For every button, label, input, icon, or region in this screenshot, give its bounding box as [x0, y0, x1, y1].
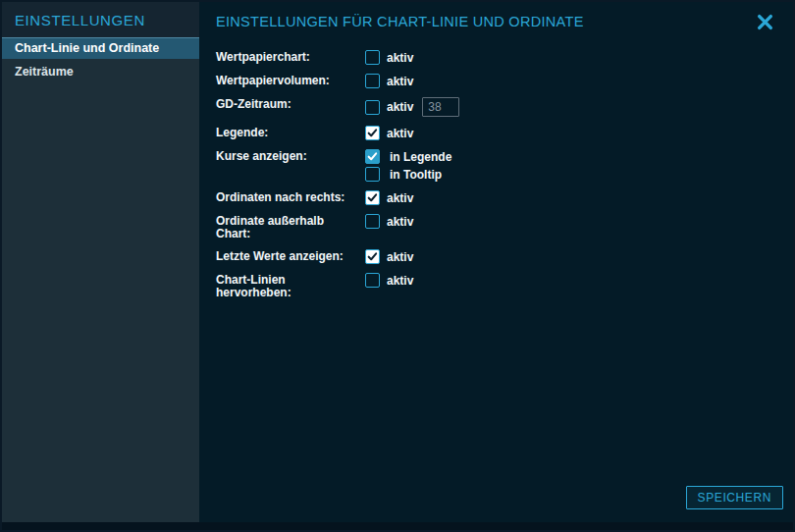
letzte-werte-anzeigen-controls: aktiv: [365, 249, 413, 264]
dialog-title: EINSTELLUNGEN FÜR CHART-LINIE UND ORDINA…: [216, 14, 754, 29]
gd-zeitraum-aktiv-checkbox-label: aktiv: [387, 100, 413, 114]
checkbox-unchecked-icon[interactable]: [365, 273, 380, 288]
kurse-in-legende-checkbox-label: in Legende: [390, 150, 451, 164]
wertpapiervolumen-aktiv-checkbox[interactable]: aktiv: [365, 74, 413, 88]
sidebar-title: EINSTELLUNGEN: [2, 2, 199, 37]
letzte-werte-anzeigen-aktiv-checkbox-label: aktiv: [387, 250, 413, 264]
ordinate-ausserhalb-chart-aktiv-checkbox[interactable]: aktiv: [365, 214, 413, 229]
ordinaten-nach-rechts-label: Ordinaten nach rechts:: [216, 190, 365, 204]
checkbox-checked-icon[interactable]: [365, 249, 380, 264]
wertpapiervolumen-label: Wertpapiervolumen:: [216, 74, 365, 87]
wertpapierchart-label: Wertpapierchart:: [216, 50, 365, 64]
gd-zeitraum-controls: aktiv: [365, 97, 459, 117]
kurse-anzeigen-controls: in Legendein Tooltip: [365, 149, 451, 182]
kurse-in-legende-checkbox[interactable]: in Legende: [365, 149, 451, 164]
legende-controls: aktiv: [365, 126, 413, 140]
ordinaten-nach-rechts-aktiv-checkbox-label: aktiv: [387, 191, 413, 205]
main-panel: EINSTELLUNGEN FÜR CHART-LINIE UND ORDINA…: [199, 2, 793, 522]
wertpapierchart-aktiv-checkbox-label: aktiv: [387, 51, 413, 65]
gd-zeitraum-aktiv-checkbox[interactable]: aktiv: [365, 100, 413, 115]
checkbox-unchecked-icon[interactable]: [365, 50, 380, 65]
sidebar-item-chart-linie-und-ordinate[interactable]: Chart-Linie und Ordinate: [2, 37, 199, 59]
sidebar-item-zeitraeume[interactable]: Zeiträume: [2, 61, 199, 82]
wertpapierchart-controls: aktiv: [365, 50, 413, 65]
chart-linien-hervorheben-label: Chart-Linien hervorheben:: [216, 273, 365, 299]
kurse-in-tooltip-checkbox[interactable]: in Tooltip: [365, 167, 442, 182]
form-row-wertpapiervolumen: Wertpapiervolumen:aktiv: [216, 74, 793, 88]
settings-window: EINSTELLUNGEN Chart-Linie und OrdinateZe…: [0, 0, 795, 532]
chart-linien-hervorheben-aktiv-checkbox[interactable]: aktiv: [365, 273, 413, 288]
checkbox-checked-icon[interactable]: [365, 190, 380, 205]
kurse-anzeigen-label: Kurse anzeigen:: [216, 149, 365, 163]
ordinate-ausserhalb-chart-controls: aktiv: [365, 214, 413, 229]
wertpapiervolumen-aktiv-checkbox-label: aktiv: [387, 75, 413, 88]
ordinaten-nach-rechts-aktiv-checkbox[interactable]: aktiv: [365, 190, 413, 205]
legende-label: Legende:: [216, 126, 365, 139]
save-button[interactable]: SPEICHERN: [686, 486, 783, 509]
ordinate-ausserhalb-chart-aktiv-checkbox-label: aktiv: [387, 215, 413, 229]
wertpapiervolumen-controls: aktiv: [365, 74, 413, 88]
kurse-in-tooltip-checkbox-label: in Tooltip: [390, 168, 442, 182]
gd-zeitraum-label: GD-Zeitraum:: [216, 97, 365, 111]
checkbox-unchecked-icon[interactable]: [365, 214, 380, 229]
close-icon: [757, 14, 773, 30]
window-bottom-bar: [2, 522, 793, 530]
form-row-gd-zeitraum: GD-Zeitraum:aktiv: [216, 97, 793, 117]
form-row-kurse-anzeigen: Kurse anzeigen:in Legendein Tooltip: [216, 149, 793, 182]
sidebar: EINSTELLUNGEN Chart-Linie und OrdinateZe…: [2, 2, 199, 522]
sidebar-nav: Chart-Linie und OrdinateZeiträume: [2, 37, 199, 82]
letzte-werte-anzeigen-aktiv-checkbox[interactable]: aktiv: [365, 249, 413, 264]
form-row-ordinaten-nach-rechts: Ordinaten nach rechts:aktiv: [216, 190, 793, 205]
ordinaten-nach-rechts-controls: aktiv: [365, 190, 413, 205]
form-row-letzte-werte-anzeigen: Letzte Werte anzeigen:aktiv: [216, 249, 793, 264]
form-row-wertpapierchart: Wertpapierchart:aktiv: [216, 50, 793, 65]
form-row-chart-linien-hervorheben: Chart-Linien hervorheben:aktiv: [216, 273, 793, 299]
checkbox-checked-icon[interactable]: [365, 149, 380, 164]
legende-aktiv-checkbox[interactable]: aktiv: [365, 126, 413, 140]
checkbox-checked-icon[interactable]: [365, 126, 380, 140]
form-row-ordinate-ausserhalb-chart: Ordinate außerhalb Chart:aktiv: [216, 214, 793, 240]
checkbox-unchecked-icon[interactable]: [365, 100, 380, 115]
form: Wertpapierchart:aktivWertpapiervolumen:a…: [199, 41, 793, 299]
dialog-header: EINSTELLUNGEN FÜR CHART-LINIE UND ORDINA…: [199, 2, 793, 41]
checkbox-unchecked-icon[interactable]: [365, 167, 380, 182]
close-button[interactable]: [754, 11, 775, 32]
wertpapierchart-aktiv-checkbox[interactable]: aktiv: [365, 50, 413, 65]
legende-aktiv-checkbox-label: aktiv: [387, 127, 413, 140]
gd-zeitraum-value-input[interactable]: [422, 97, 459, 117]
letzte-werte-anzeigen-label: Letzte Werte anzeigen:: [216, 249, 365, 263]
form-row-legende: Legende:aktiv: [216, 126, 793, 140]
checkbox-unchecked-icon[interactable]: [365, 74, 380, 88]
chart-linien-hervorheben-controls: aktiv: [365, 273, 413, 288]
chart-linien-hervorheben-aktiv-checkbox-label: aktiv: [387, 274, 413, 288]
ordinate-ausserhalb-chart-label: Ordinate außerhalb Chart:: [216, 214, 365, 240]
